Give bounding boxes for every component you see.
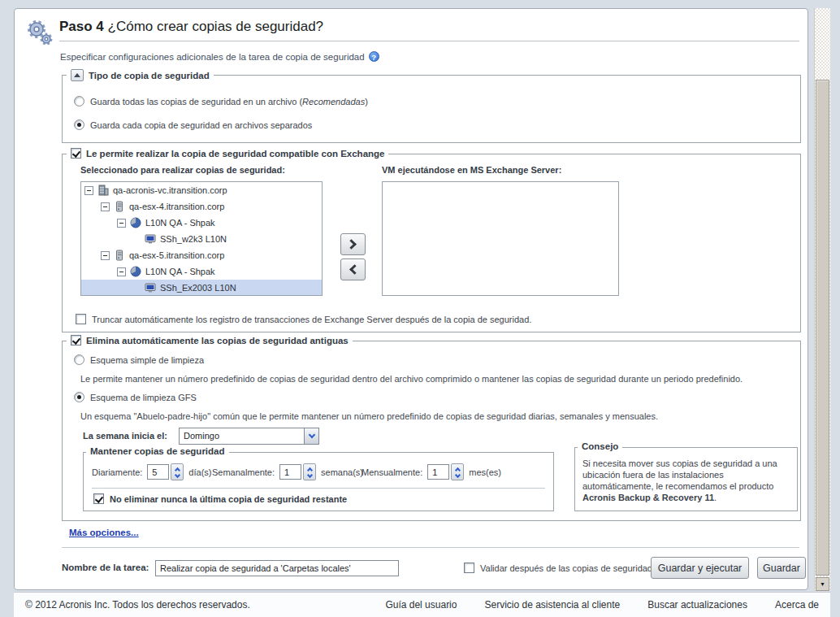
vm-icon [145, 233, 156, 245]
validate-label: Validar después de las copias de segurid… [480, 563, 652, 573]
tree-node-label: L10N QA - Shpak [145, 218, 215, 228]
gfs-scheme-label: Esquema de limpieza GFS [90, 393, 197, 402]
help-icon[interactable]: ? [369, 51, 379, 62]
tree-expander-icon[interactable] [101, 202, 110, 211]
footer-link-user-guide[interactable]: Guía del usuario [385, 599, 457, 610]
dropdown-button[interactable] [305, 428, 319, 445]
more-options-link[interactable]: Más opciones... [69, 528, 139, 537]
collapse-group-button[interactable] [71, 69, 84, 81]
backup-source-tree[interactable]: qa-acronis-vc.itransition.corp qa-esx-4.… [80, 181, 323, 296]
resource-pool-icon [130, 217, 141, 228]
save-button[interactable]: Guardar [757, 557, 806, 579]
gears-icon [25, 19, 54, 46]
tree-row[interactable]: L10N QA - Shpak [81, 215, 322, 231]
daily-unit: día(s) [188, 467, 211, 477]
retention-title: Mantener copias de seguridad [90, 446, 225, 456]
daily-label: Diariamente: [92, 467, 142, 477]
week-start-dropdown[interactable]: Domingo [179, 428, 319, 445]
tree-row[interactable]: qa-esx-5.itransition.corp [81, 247, 322, 263]
tree-node-label: qa-esx-4.itransition.corp [129, 202, 224, 211]
keep-last-checkbox[interactable] [93, 493, 104, 504]
gfs-scheme-description: Un esquema "Abuelo-padre-hijo" común que… [80, 411, 658, 421]
radio-icon[interactable] [74, 119, 84, 130]
truncate-logs-checkbox-row[interactable]: Truncar automáticamente los registro de … [76, 314, 531, 324]
radio-icon[interactable] [74, 354, 84, 365]
move-left-button[interactable] [340, 259, 366, 280]
weekly-value[interactable]: 1 [279, 464, 301, 480]
radio-icon[interactable] [74, 392, 84, 402]
step-number: Paso 4 [59, 19, 104, 34]
daily-spinner[interactable]: 5 [147, 463, 184, 480]
exchange-checkbox[interactable] [71, 148, 81, 159]
footer-link-about[interactable]: Acerca de [775, 599, 819, 610]
chevron-down-icon [307, 472, 313, 478]
vertical-scrollbar[interactable]: ▼ [814, 8, 830, 591]
weekly-spinner[interactable]: 1 [279, 463, 316, 480]
weekly-label: Semanalmente: [212, 467, 275, 477]
monthly-unit: mes(es) [469, 467, 501, 477]
task-name-input[interactable] [155, 560, 399, 576]
footer-link-support[interactable]: Servicio de asistencia al cliente [484, 599, 620, 610]
weekly-retention-row: Semanalmente: 1 semana(s) [212, 463, 363, 480]
chevron-down-icon [455, 472, 461, 478]
chevron-down-icon [308, 432, 314, 438]
chevron-left-icon [349, 264, 360, 275]
cleanup-group: Elimina automáticamente las copias de se… [62, 341, 801, 521]
truncate-logs-checkbox[interactable] [76, 314, 86, 324]
chevron-right-icon [346, 239, 357, 250]
radio-simple-scheme[interactable]: Esquema simple de limpieza [74, 354, 204, 365]
monthly-value[interactable]: 1 [427, 464, 449, 480]
exchange-vm-list[interactable] [382, 181, 619, 296]
spinner-buttons[interactable] [303, 463, 316, 480]
resource-pool-icon [130, 266, 141, 277]
tip-box: Consejo Si necesita mover sus copias de … [574, 447, 798, 511]
retention-divider [92, 488, 545, 489]
radio-single-archive[interactable]: Guarda todas las copias de seguridad en … [74, 96, 368, 106]
scrollbar-down-button[interactable]: ▼ [816, 577, 829, 591]
spinner-buttons[interactable] [171, 463, 184, 480]
tree-row[interactable]: qa-esx-4.itransition.corp [81, 198, 322, 215]
tip-text: Si necesita mover sus copias de segurida… [582, 458, 790, 503]
simple-scheme-label: Esquema simple de limpieza [90, 355, 204, 365]
scrollbar-thumb[interactable] [816, 80, 829, 576]
monthly-spinner[interactable]: 1 [427, 463, 464, 480]
exchange-group: Le permite realizar la copia de segurida… [62, 154, 801, 332]
chevron-up-icon [74, 73, 80, 77]
move-right-button[interactable] [340, 233, 366, 255]
tree-row-selected[interactable]: SSh_Ex2003 L10N [81, 280, 322, 296]
tree-row[interactable]: qa-acronis-vc.itransition.corp [81, 182, 322, 198]
tree-expander-icon[interactable] [117, 267, 126, 276]
backup-type-title: Tipo de copia de seguridad [89, 71, 210, 80]
footer-link-check-updates[interactable]: Buscar actualizaciones [647, 599, 747, 610]
tree-row[interactable]: SSh_w2k3 L10N [81, 231, 322, 247]
copyright-text: © 2012 Acronis Inc. Todos los derechos r… [25, 599, 250, 610]
keep-last-checkbox-row[interactable]: No eliminar nunca la última copia de seg… [93, 493, 347, 504]
radio-gfs-scheme[interactable]: Esquema de limpieza GFS [74, 392, 197, 402]
vm-list-label: VM ejecutándose en MS Exchange Server: [382, 165, 561, 175]
validate-checkbox-row[interactable]: Validar después de las copias de segurid… [464, 563, 652, 573]
tree-node-label: L10N QA - Shpak [145, 267, 215, 276]
retention-group: Mantener copias de seguridad Diariamente… [83, 452, 554, 511]
page-title: Paso 4 ¿Cómo crear copias de seguridad? [59, 19, 323, 35]
cleanup-checkbox[interactable] [71, 335, 81, 345]
vcenter-icon [97, 185, 109, 196]
tree-expander-icon[interactable] [117, 219, 126, 228]
radio-separate-files-label: Guarda cada copia de seguridad en archiv… [90, 120, 312, 130]
tip-title: Consejo [582, 441, 618, 451]
spinner-buttons[interactable] [451, 463, 464, 480]
validate-checkbox[interactable] [464, 563, 474, 573]
radio-single-archive-label: Guarda todas las copias de seguridad en … [90, 97, 368, 106]
esx-host-icon [114, 201, 125, 212]
tree-row[interactable]: L10N QA - Shpak [81, 263, 322, 280]
save-and-run-button[interactable]: Guardar y ejecutar [651, 557, 749, 579]
exchange-title: Le permite realizar la copia de segurida… [86, 149, 384, 159]
tree-expander-icon[interactable] [101, 251, 110, 260]
task-name-label: Nombre de la tarea: [62, 563, 149, 572]
daily-value[interactable]: 5 [147, 464, 169, 480]
radio-separate-files[interactable]: Guarda cada copia de seguridad en archiv… [74, 119, 312, 130]
week-start-value[interactable]: Domingo [179, 428, 305, 445]
esx-host-icon [114, 250, 125, 261]
vm-icon [145, 282, 156, 293]
radio-icon[interactable] [74, 96, 84, 106]
tree-expander-icon[interactable] [84, 186, 93, 195]
